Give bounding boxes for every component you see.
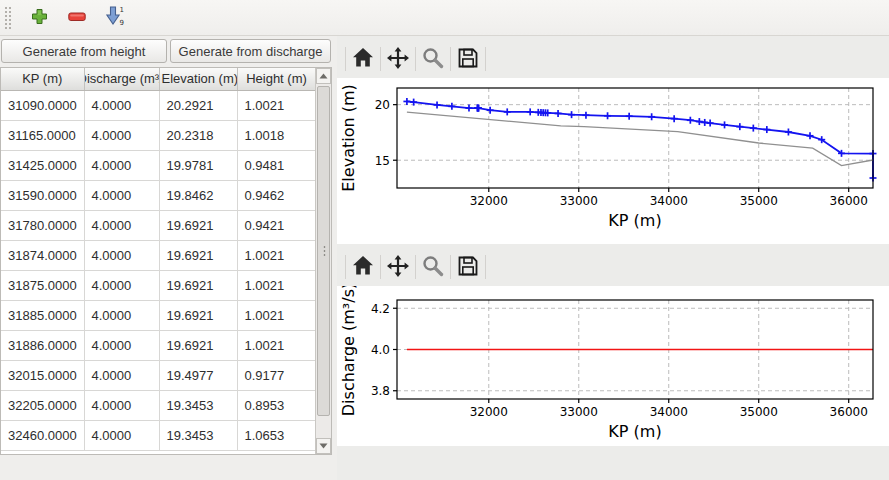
table-cell[interactable]: 19.9781 (159, 150, 237, 180)
home-button[interactable] (346, 252, 380, 282)
table-cell[interactable]: 0.9421 (237, 210, 316, 240)
column-header-height[interactable]: Height (m) (237, 68, 316, 90)
pan-icon (386, 46, 410, 73)
svg-text:33000: 33000 (560, 405, 598, 419)
table-cell[interactable]: 4.0000 (84, 360, 159, 390)
table-cell[interactable]: 19.6921 (159, 210, 237, 240)
edit-toolbar: 1 9 (0, 0, 889, 36)
table-row[interactable]: 31090.00004.000020.29211.0021 (1, 90, 316, 120)
table-row[interactable]: 31780.00004.000019.69210.9421 (1, 210, 316, 240)
svg-text:35000: 35000 (740, 405, 778, 419)
save-button[interactable] (451, 252, 485, 282)
table-row[interactable]: 31165.00004.000020.23181.0018 (1, 120, 316, 150)
table-scrollbar[interactable] (315, 68, 331, 454)
table-cell[interactable]: 19.3453 (159, 420, 237, 450)
table-cell[interactable]: 1.0018 (237, 120, 316, 150)
table-cell[interactable]: 1.0021 (237, 90, 316, 120)
home-button[interactable] (346, 44, 380, 74)
table-cell[interactable]: 31425.0000 (1, 150, 84, 180)
table-cell[interactable]: 4.0000 (84, 390, 159, 420)
svg-text:36000: 36000 (830, 194, 868, 208)
elevation-plot-toolbar (345, 42, 486, 76)
add-row-button[interactable] (22, 3, 56, 33)
sort-rows-button[interactable]: 1 9 (98, 3, 132, 33)
table-cell[interactable]: 4.0000 (84, 120, 159, 150)
table-cell[interactable]: 19.6921 (159, 300, 237, 330)
table-cell[interactable]: 0.9481 (237, 150, 316, 180)
table-cell[interactable]: 4.0000 (84, 240, 159, 270)
table-cell[interactable]: 0.8953 (237, 390, 316, 420)
generate-from-height-button[interactable]: Generate from height (1, 39, 167, 63)
table-cell[interactable]: 31165.0000 (1, 120, 84, 150)
table-row[interactable]: 32015.00004.000019.49770.9177 (1, 360, 316, 390)
table-cell[interactable]: 1.0021 (237, 330, 316, 360)
table-cell[interactable]: 4.0000 (84, 180, 159, 210)
table-cell[interactable]: 4.0000 (84, 210, 159, 240)
table-header-row: KP (m) Discharge (m³/s) Elevation (m) He… (1, 68, 316, 90)
table-cell[interactable]: 1.0021 (237, 270, 316, 300)
save-button[interactable] (451, 44, 485, 74)
scroll-down-button[interactable] (316, 438, 331, 454)
column-header-discharge[interactable]: Discharge (m³/s) (84, 68, 159, 90)
toolbar-drag-handle[interactable] (4, 6, 12, 30)
table-row[interactable]: 31875.00004.000019.69211.0021 (1, 270, 316, 300)
zoom-button[interactable] (416, 44, 450, 74)
table-cell[interactable]: 0.9462 (237, 180, 316, 210)
table-cell[interactable]: 1.0653 (237, 420, 316, 450)
table-cell[interactable]: 20.2921 (159, 90, 237, 120)
table-cell[interactable]: 19.8462 (159, 180, 237, 210)
table-cell[interactable]: 32205.0000 (1, 390, 84, 420)
table-cell[interactable]: 4.0000 (84, 420, 159, 450)
scrollbar-thumb[interactable] (317, 86, 330, 416)
discharge-chart[interactable]: 32000330003400035000360003.84.04.2KP (m)… (337, 286, 889, 446)
table-cell[interactable]: 19.6921 (159, 240, 237, 270)
pan-button[interactable] (381, 44, 415, 74)
zoom-icon (422, 255, 444, 280)
svg-text:KP (m): KP (m) (608, 422, 661, 441)
table-cell[interactable]: 31780.0000 (1, 210, 84, 240)
table-cell[interactable]: 31885.0000 (1, 300, 84, 330)
table-cell[interactable]: 19.6921 (159, 330, 237, 360)
svg-text:Discharge (m³/s): Discharge (m³/s) (339, 286, 358, 416)
column-header-elevation[interactable]: Elevation (m) (159, 68, 237, 90)
table-cell[interactable]: 19.4977 (159, 360, 237, 390)
table-cell[interactable]: 4.0000 (84, 150, 159, 180)
zoom-button[interactable] (416, 252, 450, 282)
table-cell[interactable]: 32015.0000 (1, 360, 84, 390)
table-cell[interactable]: 4.0000 (84, 270, 159, 300)
table-cell[interactable]: 31090.0000 (1, 90, 84, 120)
table-cell[interactable]: 19.6921 (159, 270, 237, 300)
table-cell[interactable]: 31875.0000 (1, 270, 84, 300)
table-cell[interactable]: 1.0021 (237, 240, 316, 270)
table-row[interactable]: 32460.00004.000019.34531.0653 (1, 420, 316, 450)
svg-text:4.0: 4.0 (371, 343, 390, 357)
table-cell[interactable]: 4.0000 (84, 90, 159, 120)
elevation-chart[interactable]: 32000330003400035000360001520KP (m)Eleva… (337, 78, 889, 244)
table-row[interactable]: 32205.00004.000019.34530.8953 (1, 390, 316, 420)
pan-button[interactable] (381, 252, 415, 282)
table-cell[interactable]: 32460.0000 (1, 420, 84, 450)
svg-text:33000: 33000 (560, 194, 598, 208)
table-cell[interactable]: 1.0021 (237, 300, 316, 330)
table-cell[interactable]: 31590.0000 (1, 180, 84, 210)
table-row[interactable]: 31590.00004.000019.84620.9462 (1, 180, 316, 210)
table-cell[interactable]: 19.3453 (159, 390, 237, 420)
table-row[interactable]: 31874.00004.000019.69211.0021 (1, 240, 316, 270)
table-cell[interactable]: 4.0000 (84, 330, 159, 360)
table-cell[interactable]: 0.9177 (237, 360, 316, 390)
table-cell[interactable]: 31874.0000 (1, 240, 84, 270)
home-icon (352, 255, 374, 279)
scroll-up-button[interactable] (316, 68, 331, 84)
svg-text:1: 1 (119, 6, 123, 14)
table-row[interactable]: 31425.00004.000019.97810.9481 (1, 150, 316, 180)
triangle-up-icon (319, 73, 328, 79)
save-icon (457, 47, 479, 72)
table-row[interactable]: 31886.00004.000019.69211.0021 (1, 330, 316, 360)
generate-from-discharge-button[interactable]: Generate from discharge (170, 39, 331, 63)
table-cell[interactable]: 31886.0000 (1, 330, 84, 360)
table-row[interactable]: 31885.00004.000019.69211.0021 (1, 300, 316, 330)
table-cell[interactable]: 20.2318 (159, 120, 237, 150)
table-cell[interactable]: 4.0000 (84, 300, 159, 330)
column-header-kp[interactable]: KP (m) (1, 68, 84, 90)
remove-row-button[interactable] (60, 3, 94, 33)
